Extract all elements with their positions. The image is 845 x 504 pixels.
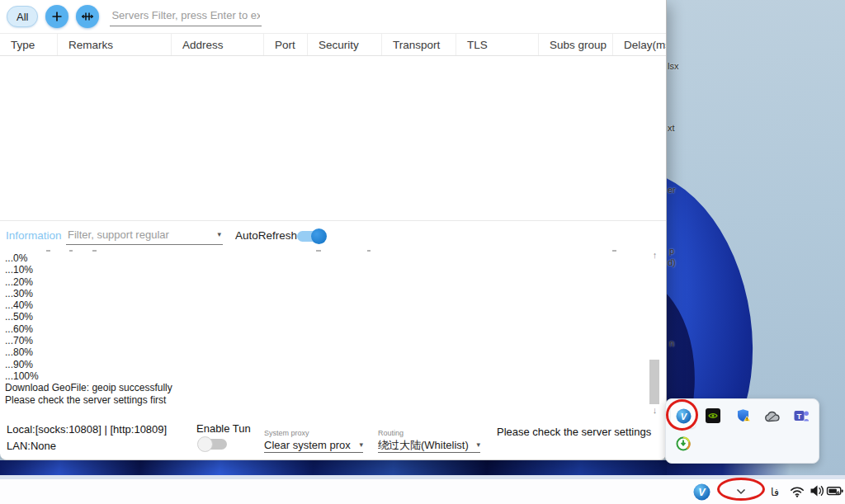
server-toolbar: All [0,0,666,33]
server-list-empty-area[interactable] [0,56,666,221]
enable-tun-label: Enable Tun [196,422,251,435]
log-line: ...40% [5,299,172,311]
tab-information[interactable]: Information [6,229,62,242]
desktop-icon-label: p [669,246,674,256]
log-lines: ...0% ...10% ...20% ...30% ...40% ...50%… [5,252,172,406]
scroll-up-icon[interactable]: ↑ [649,249,661,261]
desktop-icon-label: d) [668,257,676,267]
wallpaper-band [0,460,667,475]
desktop-icon-label: lsx [668,61,678,71]
teams-letter: T [797,412,802,421]
log-filter-dropdown[interactable]: ▾ [66,225,223,245]
annotation-circle-tray-icon [666,399,698,431]
system-proxy-label: System proxy [264,429,309,437]
plus-icon [50,10,64,23]
v2rayn-taskbar-icon[interactable]: V [692,483,710,501]
log-line: ...30% [5,288,172,299]
tune-columns-icon [81,10,94,23]
clipped-row-artifact [69,250,73,252]
enable-tun-toggle[interactable] [199,439,227,450]
log-line: ...90% [5,359,172,370]
information-bar: Information ▾ AutoRefresh [0,224,666,249]
autorefresh-label: AutoRefresh [235,229,297,242]
add-server-button[interactable] [45,5,68,28]
column-header-subsgroup[interactable]: Subs group [539,34,613,55]
wifi-icon[interactable] [789,482,805,500]
local-ports-label: Local:[socks:10808] | [http:10809] [7,423,167,436]
column-header-port[interactable]: Port [264,34,308,55]
log-line: ...10% [5,264,172,276]
column-header-remarks[interactable]: Remarks [58,34,172,55]
log-output-area[interactable]: ...0% ...10% ...20% ...30% ...40% ...50%… [0,249,666,416]
language-indicator[interactable]: فا [767,484,783,499]
clipped-row-artifact [316,250,321,252]
log-line: ...50% [5,311,172,323]
column-header-address[interactable]: Address [172,34,264,55]
log-line: Please check the server settings first [5,394,172,406]
status-bar: Local:[socks:10808] | [http:10809] LAN:N… [0,416,666,459]
v2rayn-window: All Type Remarks Address Port Security T… [0,0,667,460]
nvidia-tray-icon[interactable] [705,407,721,424]
log-line: ...80% [5,346,172,358]
clipped-row-artifact [92,250,97,252]
log-line: ...60% [5,323,172,335]
idm-tray-icon[interactable] [675,436,692,452]
column-settings-button[interactable] [76,5,99,28]
chevron-down-icon[interactable]: ▾ [217,231,221,238]
scrollbar-thumb[interactable] [649,360,659,404]
routing-label: Routing [378,429,404,437]
log-line: ...100% [5,370,172,382]
windows-security-tray-icon[interactable] [735,407,752,424]
system-proxy-dropdown[interactable]: Clear system prox ▾ [264,438,363,453]
autorefresh-toggle[interactable] [297,231,325,242]
clipped-row-artifact [46,250,50,252]
subscription-group-all-button[interactable]: All [7,6,38,27]
clipped-row-artifact [612,250,616,252]
column-header-delay[interactable]: Delay(ms) [613,34,666,55]
column-header-transport[interactable]: Transport [382,34,456,55]
scroll-down-icon[interactable]: ↓ [649,404,661,416]
toggle-knob [197,436,213,452]
chevron-down-icon: ▾ [359,441,363,449]
log-line: ...70% [5,335,172,346]
log-filter-input[interactable] [66,225,205,241]
teams-tray-icon[interactable]: T [794,407,810,424]
desktop-icon-label: n [669,338,674,348]
log-scrollbar[interactable]: ↑ ↓ [649,249,661,416]
column-header-tls[interactable]: TLS [456,34,539,55]
status-message: Please check the server settings fir [497,426,654,438]
cloud-tray-icon[interactable] [764,408,781,425]
log-line: Download GeoFile: geoip successfully [5,382,172,393]
chevron-down-icon: ▾ [476,441,480,449]
column-header-security[interactable]: Security [308,34,382,55]
toggle-knob [311,228,327,244]
routing-value: 绕过大陆(Whitelist) [378,438,469,453]
clipped-row-artifact [367,250,371,252]
column-header-type[interactable]: Type [0,34,58,55]
lan-label: LAN:None [7,440,56,452]
servers-filter-input[interactable] [110,7,262,26]
desktop-icon-label: xt [668,123,675,133]
annotation-circle-chevron [717,478,765,501]
volume-icon[interactable] [809,483,825,499]
log-line: ...0% [5,252,172,264]
log-line: ...20% [5,276,172,288]
routing-dropdown[interactable]: 绕过大陆(Whitelist) ▾ [378,438,480,453]
server-table-header: Type Remarks Address Port Security Trans… [0,33,666,56]
system-proxy-value: Clear system prox [264,439,351,451]
desktop-icon-label: er [668,185,676,195]
battery-icon[interactable] [826,483,844,499]
